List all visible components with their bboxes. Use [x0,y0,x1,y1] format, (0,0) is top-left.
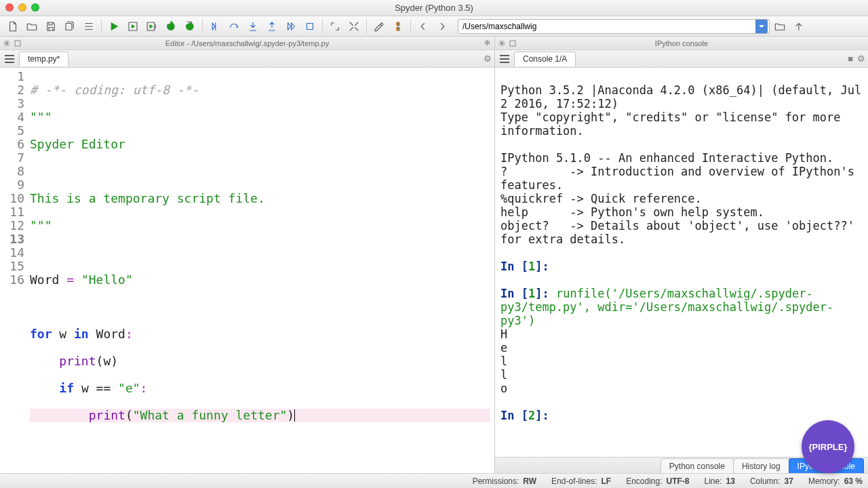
status-memory: Memory: 63 % [808,476,863,486]
in-prompt-2: In [2]: [500,409,556,422]
console-options-icon[interactable]: ⚙ [857,54,865,64]
in-prompt-1b: In [1]: [500,287,556,300]
working-dir-text: /Users/maxschallwig [462,22,536,31]
working-dir-input[interactable]: /Users/maxschallwig [458,19,770,34]
status-eol: End-of-lines: LF [551,476,611,486]
status-permissions: Permissions: RW [473,476,536,486]
console-tab[interactable]: Console 1/A [514,52,576,66]
step-over-button[interactable] [225,18,243,35]
save-button[interactable] [42,18,60,35]
editor-options-icon[interactable]: ⚙ [484,54,492,64]
rerun-button[interactable] [162,18,180,35]
editor-pane: Editor - /Users/maxschallwig/.spyder-py3… [0,37,495,473]
code-editor[interactable]: 12345678910111213141516 # -*- coding: ut… [0,68,494,473]
line-gutter: 12345678910111213141516 [0,68,28,473]
step-out-button[interactable] [263,18,281,35]
editor-pane-header: Editor - /Users/maxschallwig/.spyder-py3… [0,37,494,50]
console-output: H e l l o [500,327,507,395]
stop-debug-button[interactable] [181,18,199,35]
tab-list-icon[interactable] [3,52,16,66]
minimize-window-button[interactable] [18,3,26,12]
console-stop-icon[interactable]: ■ [848,54,853,64]
python-path-button[interactable] [389,18,407,35]
nav-back-button[interactable] [414,18,432,35]
text-caret [294,409,295,422]
window-title: Spyder (Python 3.5) [395,3,473,13]
console-pane-title: IPython console [655,39,708,47]
continue-button[interactable] [282,18,300,35]
svg-rect-2 [307,23,313,29]
zoom-window-button[interactable] [31,3,39,12]
editor-pane-options-icon[interactable]: ✻ [484,39,490,47]
svg-rect-4 [15,41,20,46]
console-banner: Python 3.5.2 |Anaconda 4.2.0 (x86_64)| (… [500,83,868,246]
status-encoding: Encoding: UTF-8 [626,476,689,486]
console-tabstrip: Console 1/A ■ ⚙ [495,50,868,68]
save-all-button[interactable] [61,18,79,35]
editor-tab-temp[interactable]: temp.py* [19,52,68,66]
undock-console-icon[interactable] [509,39,517,47]
undock-pane-icon[interactable] [14,39,22,47]
close-pane-icon[interactable] [3,39,11,47]
new-file-button[interactable] [4,18,22,35]
console-pane: IPython console Console 1/A ■ ⚙ Python 3… [495,37,868,473]
main-toolbar: /Users/maxschallwig [0,16,868,37]
close-console-icon[interactable] [498,39,506,47]
step-into-button[interactable] [244,18,262,35]
maximize-pane-button[interactable] [326,18,344,35]
editor-pane-title: Editor - /Users/maxschallwig/.spyder-py3… [165,39,329,47]
run-cell-advance-button[interactable] [143,18,161,35]
titlebar: Spyder (Python 3.5) [0,0,868,16]
console-pane-header: IPython console [495,37,868,50]
working-dir-dropdown-icon[interactable] [755,20,768,33]
status-line: Line: 13 [705,476,735,486]
preferences-button[interactable] [370,18,388,35]
ipython-console[interactable]: Python 3.5.2 |Anaconda 4.2.0 (x86_64)| (… [495,68,868,457]
open-file-button[interactable] [23,18,41,35]
close-window-button[interactable] [5,3,14,12]
run-cell-button[interactable] [124,18,142,35]
fullscreen-button[interactable] [345,18,363,35]
status-bar: Permissions: RW End-of-lines: LF Encodin… [0,473,868,488]
list-icon[interactable] [80,18,98,35]
in-prompt-1a: In [1]: [500,260,556,273]
editor-tabstrip: temp.py* ⚙ [0,50,494,68]
run-button[interactable] [105,18,123,35]
svg-rect-6 [510,41,515,46]
tab-history-log[interactable]: History log [733,458,789,473]
stop-button[interactable] [301,18,319,35]
pirple-badge: {PIRPLE} [802,420,854,473]
tab-python-console[interactable]: Python console [660,458,734,473]
status-column: Column: 37 [750,476,793,486]
console-tab-list-icon[interactable] [498,52,511,66]
browse-dir-button[interactable] [771,18,789,35]
debug-button[interactable] [206,18,224,35]
nav-forward-button[interactable] [433,18,451,35]
parent-dir-button[interactable] [790,18,808,35]
code-area[interactable]: # -*- coding: utf-8 -*- """ Spyder Edito… [28,68,494,473]
